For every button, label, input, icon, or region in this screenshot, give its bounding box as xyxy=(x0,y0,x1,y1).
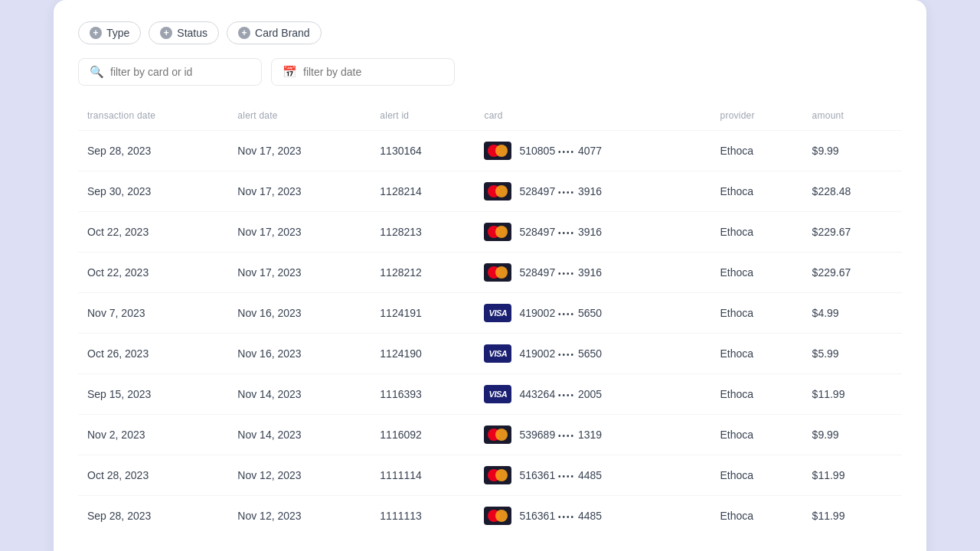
filter-buttons-row: + Type + Status + Card Brand xyxy=(78,21,902,44)
cell-transaction-date: Nov 7, 2023 xyxy=(78,293,228,334)
card-brand-filter-label: Card Brand xyxy=(255,27,310,39)
cell-card: VISA419002 •••• 5650 xyxy=(475,293,710,334)
status-filter-label: Status xyxy=(177,27,207,39)
cell-provider: Ethoca xyxy=(710,293,802,334)
cell-alert-date: Nov 17, 2023 xyxy=(228,253,371,293)
card-number: 516361 •••• 4485 xyxy=(519,469,602,481)
cell-amount: $11.99 xyxy=(803,496,902,536)
card-number: 539689 •••• 1319 xyxy=(519,429,602,441)
col-alert-date: alert date xyxy=(228,104,371,131)
cell-provider: Ethoca xyxy=(710,455,802,496)
table-header-row: transaction date alert date alert id car… xyxy=(78,104,902,131)
cell-amount: $229.67 xyxy=(803,253,902,293)
col-transaction-date: transaction date xyxy=(78,104,228,131)
cell-provider: Ethoca xyxy=(710,253,802,293)
cell-transaction-date: Oct 22, 2023 xyxy=(78,212,228,253)
cell-card: 539689 •••• 1319 xyxy=(475,415,710,455)
cell-transaction-date: Nov 2, 2023 xyxy=(78,415,228,455)
cell-card: 528497 •••• 3916 xyxy=(475,253,710,293)
cell-provider: Ethoca xyxy=(710,334,802,374)
table-row[interactable]: Sep 30, 2023Nov 17, 20231128214528497 ••… xyxy=(78,171,902,212)
card-number: 528497 •••• 3916 xyxy=(519,185,602,197)
cell-provider: Ethoca xyxy=(710,496,802,536)
visa-logo: VISA xyxy=(484,344,511,363)
col-alert-id: alert id xyxy=(371,104,475,131)
col-amount: amount xyxy=(803,104,902,131)
cell-provider: Ethoca xyxy=(710,415,802,455)
cell-alert-id: 1111113 xyxy=(371,496,475,536)
search-row: 🔍 📅 xyxy=(78,58,902,86)
status-plus-icon: + xyxy=(160,27,172,39)
cell-alert-id: 1124191 xyxy=(371,293,475,334)
search-icon: 🔍 xyxy=(90,65,104,79)
table-row[interactable]: Sep 28, 2023Nov 12, 20231111113516361 ••… xyxy=(78,496,902,536)
col-provider: provider xyxy=(710,104,802,131)
cell-alert-id: 1128212 xyxy=(371,253,475,293)
cell-amount: $11.99 xyxy=(803,374,902,415)
table-row[interactable]: Oct 28, 2023Nov 12, 20231111114516361 ••… xyxy=(78,455,902,496)
cell-provider: Ethoca xyxy=(710,171,802,212)
table-row[interactable]: Oct 22, 2023Nov 17, 20231128212528497 ••… xyxy=(78,253,902,293)
card-search-wrap: 🔍 xyxy=(78,58,262,86)
calendar-icon: 📅 xyxy=(283,65,297,79)
table-row[interactable]: Oct 22, 2023Nov 17, 20231128213528497 ••… xyxy=(78,212,902,253)
cell-amount: $9.99 xyxy=(803,131,902,171)
status-filter-button[interactable]: + Status xyxy=(149,21,219,44)
card-brand-plus-icon: + xyxy=(238,27,250,39)
table-row[interactable]: Nov 7, 2023Nov 16, 20231124191VISA419002… xyxy=(78,293,902,334)
mastercard-logo xyxy=(484,466,511,484)
type-filter-button[interactable]: + Type xyxy=(78,21,141,44)
card-number: 516361 •••• 4485 xyxy=(519,510,602,522)
col-card: card xyxy=(475,104,710,131)
cell-provider: Ethoca xyxy=(710,374,802,415)
cell-provider: Ethoca xyxy=(710,131,802,171)
table-row[interactable]: Sep 28, 2023Nov 17, 20231130164510805 ••… xyxy=(78,131,902,171)
cell-alert-date: Nov 17, 2023 xyxy=(228,171,371,212)
cell-alert-id: 1111114 xyxy=(371,455,475,496)
date-filter-input[interactable] xyxy=(303,66,443,78)
cell-amount: $9.99 xyxy=(803,415,902,455)
cell-transaction-date: Sep 28, 2023 xyxy=(78,496,228,536)
type-plus-icon: + xyxy=(90,27,102,39)
cell-alert-date: Nov 17, 2023 xyxy=(228,131,371,171)
cell-card: VISA419002 •••• 5650 xyxy=(475,334,710,374)
cell-alert-date: Nov 14, 2023 xyxy=(228,374,371,415)
cell-transaction-date: Oct 22, 2023 xyxy=(78,253,228,293)
mastercard-logo xyxy=(484,263,511,282)
cell-transaction-date: Sep 15, 2023 xyxy=(78,374,228,415)
mastercard-logo xyxy=(484,182,511,201)
cell-transaction-date: Sep 28, 2023 xyxy=(78,131,228,171)
cell-alert-date: Nov 14, 2023 xyxy=(228,415,371,455)
cell-card: 528497 •••• 3916 xyxy=(475,212,710,253)
mastercard-logo xyxy=(484,142,511,160)
card-number: 510805 •••• 4077 xyxy=(519,145,602,157)
visa-logo: VISA xyxy=(484,385,511,403)
cell-transaction-date: Oct 26, 2023 xyxy=(78,334,228,374)
cell-transaction-date: Sep 30, 2023 xyxy=(78,171,228,212)
mastercard-logo xyxy=(484,223,511,241)
cell-alert-date: Nov 16, 2023 xyxy=(228,334,371,374)
cell-alert-id: 1128214 xyxy=(371,171,475,212)
type-filter-label: Type xyxy=(106,27,129,39)
cell-alert-date: Nov 12, 2023 xyxy=(228,455,371,496)
cell-amount: $5.99 xyxy=(803,334,902,374)
cell-amount: $228.48 xyxy=(803,171,902,212)
card-search-input[interactable] xyxy=(110,66,250,78)
cell-amount: $229.67 xyxy=(803,212,902,253)
main-card: + Type + Status + Card Brand 🔍 📅 transac… xyxy=(54,0,926,551)
table-row[interactable]: Oct 26, 2023Nov 16, 20231124190VISA41900… xyxy=(78,334,902,374)
cell-alert-date: Nov 12, 2023 xyxy=(228,496,371,536)
cell-amount: $11.99 xyxy=(803,455,902,496)
table-row[interactable]: Nov 2, 2023Nov 14, 20231116092539689 •••… xyxy=(78,415,902,455)
visa-logo: VISA xyxy=(484,304,511,322)
table-row[interactable]: Sep 15, 2023Nov 14, 20231116393VISA44326… xyxy=(78,374,902,415)
cell-alert-id: 1116092 xyxy=(371,415,475,455)
cell-alert-date: Nov 17, 2023 xyxy=(228,212,371,253)
cell-card: 516361 •••• 4485 xyxy=(475,496,710,536)
cell-card: 516361 •••• 4485 xyxy=(475,455,710,496)
cell-provider: Ethoca xyxy=(710,212,802,253)
card-brand-filter-button[interactable]: + Card Brand xyxy=(227,21,322,44)
cell-alert-id: 1130164 xyxy=(371,131,475,171)
cell-amount: $4.99 xyxy=(803,293,902,334)
card-number: 443264 •••• 2005 xyxy=(519,388,602,400)
